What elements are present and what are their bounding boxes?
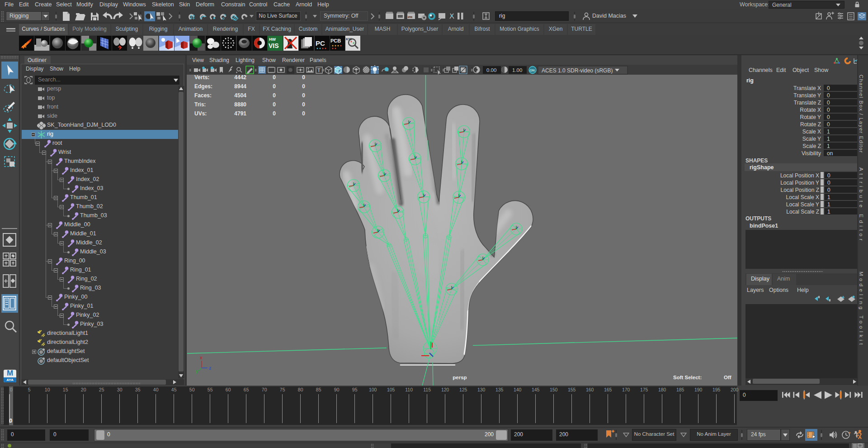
svg-text:Show: Show bbox=[262, 57, 276, 63]
svg-text:VIS: VIS bbox=[269, 42, 279, 49]
svg-text:Lighting: Lighting bbox=[236, 57, 255, 63]
svg-text:4791: 4791 bbox=[234, 110, 246, 117]
svg-text:8880: 8880 bbox=[234, 101, 246, 108]
svg-text:0: 0 bbox=[302, 92, 305, 99]
svg-text:0: 0 bbox=[302, 83, 305, 90]
svg-text:ON: ON bbox=[530, 68, 535, 72]
svg-text:T: T bbox=[317, 67, 321, 73]
svg-text:Shading: Shading bbox=[209, 57, 229, 63]
svg-text:Panels: Panels bbox=[310, 57, 326, 63]
svg-text:Verts:: Verts: bbox=[194, 74, 209, 81]
svg-text:0: 0 bbox=[302, 74, 305, 81]
svg-text:0: 0 bbox=[302, 110, 305, 117]
svg-text:4504: 4504 bbox=[234, 92, 246, 99]
svg-text:0: 0 bbox=[273, 110, 276, 117]
svg-text:Soft Select:: Soft Select: bbox=[673, 375, 702, 380]
svg-text:PCB: PCB bbox=[330, 38, 341, 43]
svg-text:0.00: 0.00 bbox=[486, 67, 496, 73]
svg-text:persp: persp bbox=[453, 375, 467, 380]
svg-text:Off: Off bbox=[724, 375, 731, 380]
svg-text:0: 0 bbox=[302, 101, 305, 108]
svg-text:View: View bbox=[192, 57, 204, 63]
svg-text:0: 0 bbox=[273, 101, 276, 108]
svg-text:4442: 4442 bbox=[234, 74, 246, 81]
svg-text:y: y bbox=[196, 368, 198, 374]
svg-text:0: 0 bbox=[273, 83, 276, 90]
svg-text:z: z bbox=[209, 365, 211, 371]
svg-text:Renderer: Renderer bbox=[282, 57, 305, 63]
svg-text:Faces:: Faces: bbox=[194, 92, 212, 99]
svg-text:UVs:: UVs: bbox=[194, 110, 207, 117]
svg-text:Edges:: Edges: bbox=[194, 83, 212, 90]
svg-text:x: x bbox=[200, 355, 203, 360]
svg-text:8944: 8944 bbox=[234, 83, 246, 90]
svg-text:HW: HW bbox=[269, 37, 276, 42]
svg-text:1.00: 1.00 bbox=[512, 67, 522, 73]
svg-text:Tris:: Tris: bbox=[194, 101, 206, 108]
svg-text:0: 0 bbox=[273, 74, 276, 81]
svg-text:IPR: IPR bbox=[408, 16, 413, 19]
svg-text:ACES 1.0 SDR-video (sRGB): ACES 1.0 SDR-video (sRGB) bbox=[542, 67, 613, 74]
svg-text:0: 0 bbox=[273, 92, 276, 99]
svg-text:PC: PC bbox=[316, 39, 325, 47]
